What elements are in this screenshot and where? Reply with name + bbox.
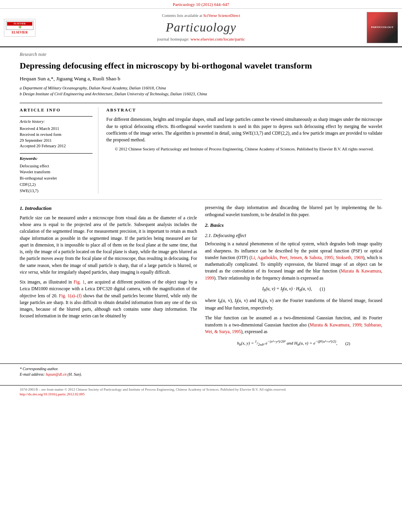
journal-homepage: journal homepage: www.elsevier.com/locat… bbox=[35, 36, 367, 42]
paper-section: Research note Depressing defocusing effe… bbox=[0, 47, 402, 194]
received1: Received 4 March 2011 Received in revise… bbox=[20, 126, 93, 149]
intro-heading: 1. Introduction bbox=[20, 204, 197, 212]
abstract-section: ABSTRACT For different dimensions, heigh… bbox=[106, 107, 382, 194]
intro-cont: preserving the sharp information and dis… bbox=[205, 204, 383, 218]
abstract-text: For different dimensions, heights and ir… bbox=[106, 116, 382, 143]
keywords-label: Keywords: bbox=[20, 156, 93, 162]
citation-text: Particuology 10 (2012) 644–647 bbox=[173, 2, 229, 7]
research-note-label: Research note bbox=[20, 51, 382, 58]
issn-text: 1674-2001/$ – see front matter © 2012 Ch… bbox=[20, 387, 382, 392]
journal-homepage-link[interactable]: www.elsevier.com/locate/partic bbox=[191, 37, 245, 41]
email-link[interactable]: hqsun@dl.cn bbox=[46, 372, 67, 376]
keyword-5: SWE(13,7) bbox=[20, 188, 93, 194]
info-divider bbox=[20, 116, 93, 117]
eq2-content: hb(x, y) = 1/2πδ² e−(x²+y²)/2δ² and Hb(u… bbox=[237, 339, 337, 348]
keyword-1: Defocusing effect bbox=[20, 163, 93, 169]
copyright-line: © 2012 Chinese Society of Particuology a… bbox=[106, 146, 382, 152]
keyword-4: CDF(2,2) bbox=[20, 182, 93, 188]
equation2: hb(x, y) = 1/2πδ² e−(x²+y²)/2δ² and Hb(u… bbox=[205, 339, 383, 348]
ref-li1995[interactable]: Li, Agathoklis, Peet, Jensen, & Sahota, … bbox=[251, 255, 333, 260]
bottom-bar: 1674-2001/$ – see front matter © 2012 Ch… bbox=[0, 385, 402, 399]
affiliation-a: a Department of Military Oceanography, D… bbox=[20, 85, 382, 91]
eq1-number: (1) bbox=[320, 286, 325, 293]
intro-para2: Six images, as illustrated in Fig. 1, ar… bbox=[20, 279, 197, 320]
ref-murata2[interactable]: Murata & Kawamura, 1999 bbox=[310, 323, 361, 327]
basics-heading: 2. Basics bbox=[205, 221, 383, 229]
sciverse-line: Contents lists available at SciVerse Sci… bbox=[35, 13, 367, 19]
keyword-2: Wavelet transform bbox=[20, 169, 93, 175]
eq1-content: Ib(u, v) = If(u, v) · Hb(u, v), bbox=[262, 285, 312, 293]
elsevier-logo: ELSEVIER 🌿 ELSEVIER bbox=[4, 19, 35, 37]
basics-para2: The blur function can be assumed as a tw… bbox=[205, 315, 383, 335]
equation1: Ib(u, v) = If(u, v) · Hb(u, v), (1) bbox=[205, 285, 383, 293]
keywords-divider bbox=[20, 153, 93, 154]
defocusing-subheading: 2.1. Defocusing effect bbox=[205, 232, 383, 239]
article-info: ARTICLE INFO Article history: Received 4… bbox=[20, 107, 98, 194]
info-abstract-row: ARTICLE INFO Article history: Received 4… bbox=[20, 107, 382, 194]
eq1-desc: where Ib(u, v), If(u, v) and Hb(u, v) ar… bbox=[205, 297, 383, 312]
basics-para1: Defocusing is a natural phenomenon of th… bbox=[205, 241, 383, 282]
eq2-number: (2) bbox=[345, 340, 350, 347]
body-section: 1. Introduction Particle size can be mea… bbox=[0, 200, 402, 351]
journal-thumbnail: PARTICUOLOGY bbox=[367, 12, 398, 43]
affiliation-b: b Design Institute of Civil Engineering … bbox=[20, 91, 382, 97]
authors: Hequan Sun a,*, Jiguang Wang a, Ruoli Sh… bbox=[20, 75, 382, 83]
journal-title: Particuology bbox=[35, 19, 367, 36]
history-label: Article history: bbox=[20, 119, 93, 125]
article-info-heading: ARTICLE INFO bbox=[20, 107, 93, 113]
abstract-heading: ABSTRACT bbox=[106, 107, 382, 113]
affiliations: a Department of Military Oceanography, D… bbox=[20, 85, 382, 98]
ref-stokseth[interactable]: Stokseth, 1969 bbox=[336, 255, 363, 260]
footnote-section: * Corresponding author. E-mail address: … bbox=[0, 363, 402, 377]
measured-word: measured bbox=[58, 215, 75, 220]
paper-title: Depressing defocusing effect in microsco… bbox=[20, 60, 382, 71]
corresponding-author: * Corresponding author. bbox=[20, 366, 382, 372]
journal-center: Contents lists available at SciVerse Sci… bbox=[35, 13, 367, 42]
email-address: E-mail address: hqsun@dl.cn (H. Sun). bbox=[20, 372, 382, 377]
doi-text: http://dx.doi.org/10.1016/j.partic.2012.… bbox=[20, 392, 382, 397]
journal-header: ELSEVIER 🌿 ELSEVIER Contents lists avail… bbox=[0, 9, 402, 47]
citation-bar: Particuology 10 (2012) 644–647 bbox=[0, 0, 402, 9]
sciverse-link[interactable]: SciVerse ScienceDirect bbox=[203, 13, 240, 18]
section-divider bbox=[20, 103, 382, 103]
doi-link[interactable]: http://dx.doi.org/10.1016/j.partic.2012.… bbox=[20, 392, 85, 396]
introduction-column: 1. Introduction Particle size can be mea… bbox=[20, 204, 197, 351]
keywords-section: Keywords: Defocusing effect Wavelet tran… bbox=[20, 156, 93, 194]
keyword-3: Bi-orthogonal wavelet bbox=[20, 175, 93, 182]
intro-para1: Particle size can be measured under a mi… bbox=[20, 215, 197, 276]
fig1-link[interactable]: Fig. 1 bbox=[74, 280, 85, 284]
basics-column: preserving the sharp information and dis… bbox=[205, 204, 383, 351]
ref-murata[interactable]: Murata & Kawamura, 1999 bbox=[205, 269, 383, 280]
fig1ab-link[interactable]: Fig. 1(a)–(f) bbox=[59, 293, 82, 298]
